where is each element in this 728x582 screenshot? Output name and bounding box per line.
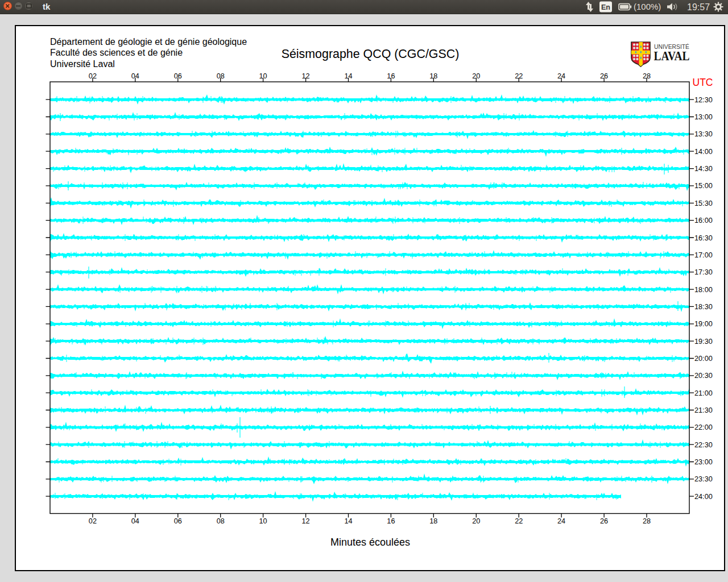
svg-text:14:00: 14:00 [694,148,713,156]
svg-text:18:00: 18:00 [694,286,713,294]
svg-text:06: 06 [174,517,182,525]
svg-text:23:30: 23:30 [694,475,713,483]
svg-text:(100%): (100%) [634,2,661,11]
svg-text:14: 14 [344,72,352,80]
svg-text:08: 08 [217,517,225,525]
svg-text:20: 20 [472,72,480,80]
svg-text:16: 16 [387,517,395,525]
svg-text:16:00: 16:00 [694,217,713,225]
svg-text:12: 12 [302,517,310,525]
svg-text:26: 26 [600,517,608,525]
svg-text:19:00: 19:00 [694,320,713,328]
svg-text:20: 20 [472,517,480,525]
svg-text:17:00: 17:00 [694,251,713,259]
svg-text:12: 12 [302,72,310,80]
svg-text:10: 10 [259,517,267,525]
svg-text:16: 16 [387,72,395,80]
svg-text:UTC: UTC [693,77,713,88]
svg-text:21:00: 21:00 [694,389,713,397]
svg-text:22:00: 22:00 [694,423,713,431]
svg-text:13:00: 13:00 [694,113,713,121]
svg-text:18: 18 [429,517,437,525]
svg-text:06: 06 [174,72,182,80]
svg-text:17:30: 17:30 [694,268,713,276]
svg-text:24:00: 24:00 [694,493,713,501]
svg-text:18: 18 [429,72,437,80]
svg-text:10: 10 [259,72,267,80]
svg-text:16:30: 16:30 [694,234,713,242]
svg-text:15:00: 15:00 [694,182,713,190]
svg-text:28: 28 [643,72,651,80]
svg-text:23:00: 23:00 [694,458,713,466]
svg-text:20:30: 20:30 [694,372,713,380]
svg-text:12:30: 12:30 [694,96,713,104]
svg-text:14: 14 [344,517,352,525]
svg-text:24: 24 [557,517,565,525]
svg-text:26: 26 [600,72,608,80]
svg-text:04: 04 [131,72,139,80]
svg-text:19:30: 19:30 [694,338,713,346]
svg-text:24: 24 [557,72,565,80]
svg-text:13:30: 13:30 [694,130,713,138]
svg-text:22:30: 22:30 [694,441,713,449]
svg-text:04: 04 [131,517,139,525]
svg-text:02: 02 [89,517,97,525]
svg-text:En: En [601,3,610,11]
svg-text:18:30: 18:30 [694,303,713,311]
svg-text:Minutes écoulées: Minutes écoulées [330,537,410,548]
svg-text:19:57: 19:57 [687,2,710,12]
svg-text:22: 22 [515,72,523,80]
svg-text:08: 08 [217,72,225,80]
svg-text:28: 28 [643,517,651,525]
svg-text:02: 02 [89,72,97,80]
svg-text:22: 22 [515,517,523,525]
svg-text:21:30: 21:30 [694,406,713,414]
svg-text:14:30: 14:30 [694,165,713,173]
svg-text:20:00: 20:00 [694,355,713,363]
svg-text:15:30: 15:30 [694,199,713,207]
